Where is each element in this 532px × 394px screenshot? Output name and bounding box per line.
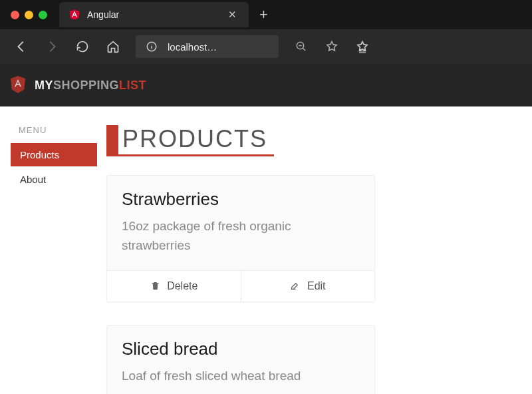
page-title: PRODUCTS (118, 125, 274, 156)
sidebar-item-about[interactable]: About (11, 168, 97, 191)
trash-icon (150, 281, 160, 292)
url-text: localhost… (168, 41, 217, 53)
home-icon[interactable] (105, 39, 121, 55)
zoom-out-icon[interactable] (293, 39, 309, 55)
angular-icon (68, 9, 80, 21)
product-name: Sliced bread (122, 339, 360, 359)
title-accent (106, 125, 118, 156)
window-controls (11, 11, 47, 19)
product-name: Strawberries (122, 189, 360, 210)
product-description: 16oz package of fresh organic strawberri… (122, 216, 360, 256)
edit-icon (290, 281, 301, 292)
menu-heading: MENU (11, 125, 97, 135)
page-title-container: PRODUCTS (106, 125, 521, 156)
brand-text: MYSHOPPINGLIST (35, 79, 146, 93)
card-actions: Delete Edit (107, 270, 374, 301)
product-card: Strawberries 16oz package of fresh organ… (106, 175, 375, 302)
brand-part2: SHOPPING (53, 79, 119, 92)
sidebar: MENU Products About (11, 125, 97, 394)
new-tab-button[interactable]: + (259, 6, 268, 23)
card-body: Sliced bread Loaf of fresh sliced wheat … (107, 325, 374, 394)
close-tab-icon[interactable]: ✕ (225, 7, 239, 22)
delete-label: Delete (167, 280, 198, 292)
brand-part3: LIST (119, 79, 146, 92)
url-bar[interactable]: localhost… (136, 35, 279, 58)
edit-label: Edit (307, 280, 326, 292)
favorites-list-icon[interactable] (354, 39, 370, 55)
sidebar-item-products[interactable]: Products (11, 143, 97, 166)
tab-bar: Angular ✕ + (0, 0, 532, 29)
main-content: PRODUCTS Strawberries 16oz package of fr… (97, 125, 521, 394)
window-close[interactable] (11, 11, 19, 19)
tab-title: Angular (87, 9, 219, 20)
nav-bar: localhost… (0, 29, 532, 64)
app-header: MYSHOPPINGLIST (0, 64, 532, 106)
reload-icon[interactable] (74, 39, 90, 55)
brand-part1: MY (35, 79, 53, 92)
info-icon[interactable] (144, 39, 160, 55)
edit-button[interactable]: Edit (241, 271, 375, 301)
forward-icon (44, 39, 60, 55)
product-card: Sliced bread Loaf of fresh sliced wheat … (106, 325, 375, 394)
window-maximize[interactable] (39, 11, 47, 19)
app-logo-icon (9, 75, 27, 95)
window-minimize[interactable] (25, 11, 33, 19)
product-description: Loaf of fresh sliced wheat bread (122, 366, 360, 385)
delete-button[interactable]: Delete (107, 271, 241, 301)
favorite-icon[interactable] (324, 39, 340, 55)
card-body: Strawberries 16oz package of fresh organ… (107, 176, 374, 270)
browser-tab[interactable]: Angular ✕ (59, 2, 249, 27)
page-content: MENU Products About PRODUCTS Strawberrie… (0, 106, 532, 394)
back-icon[interactable] (13, 39, 29, 55)
browser-chrome: Angular ✕ + localhost… (0, 0, 532, 106)
